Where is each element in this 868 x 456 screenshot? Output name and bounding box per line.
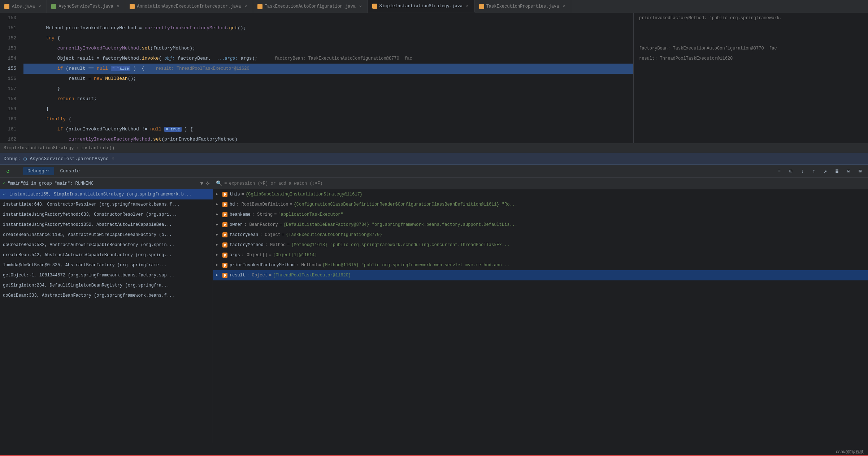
- code-line-151: Method priorInvokedFactoryMethod = curre…: [23, 23, 633, 33]
- var-factorybean-icon: p: [222, 232, 227, 237]
- expand-factorybean-icon[interactable]: ▶: [216, 230, 220, 240]
- var-factorybean-name: factoryBean: [230, 230, 258, 240]
- tab-close-annotation[interactable]: ×: [243, 4, 248, 9]
- debug-left-panel: ✓ "main"@1 in group "main": RUNNING ▼ ⊹ …: [0, 178, 213, 443]
- expand-owner-icon[interactable]: ▶: [216, 220, 220, 230]
- expand-args-icon[interactable]: ▶: [216, 250, 220, 260]
- tab-close-vice[interactable]: ×: [37, 4, 43, 9]
- code-line-150: [23, 13, 633, 23]
- debug-btn-export[interactable]: ⊠: [855, 166, 865, 176]
- var-owner-name: owner: [230, 220, 243, 230]
- var-bd-eq: =: [290, 199, 292, 210]
- var-factory-bean[interactable]: ▶ p factoryBean : Object = {TaskExecutio…: [213, 230, 868, 240]
- expand-prior-icon[interactable]: ▶: [216, 260, 220, 270]
- breadcrumb-class[interactable]: SimpleInstantiationStrategy: [4, 146, 74, 151]
- var-search-input[interactable]: [229, 181, 865, 186]
- debug-session[interactable]: AsyncServiceTest.parentAsync: [30, 156, 108, 162]
- expand-result-icon[interactable]: ▶: [216, 270, 220, 280]
- var-prior-value: {Method@11615} "public org.springframewo…: [322, 260, 509, 270]
- debug-bar: Debug: ⚙ AsyncServiceTest.parentAsync ×: [0, 153, 868, 165]
- search-icon: 🔍: [216, 180, 222, 186]
- var-args-eq: =: [269, 250, 272, 260]
- tab-icon-annotation: [130, 4, 135, 9]
- expand-factorymethod-icon[interactable]: ▶: [216, 240, 220, 250]
- debug-btn-table[interactable]: ⊡: [843, 166, 854, 176]
- code-line-158: return result;: [23, 94, 633, 104]
- debug-btn-step-out[interactable]: ↑: [809, 166, 819, 176]
- tab-close-async[interactable]: ×: [116, 4, 121, 9]
- tab-vice[interactable]: vice.java ×: [0, 0, 47, 13]
- stack-frame-3[interactable]: instantiateUsingFactoryMethod:1352, Abst…: [0, 220, 213, 230]
- var-bd-type: : RootBeanDefinition: [236, 199, 288, 210]
- expand-beanname-icon[interactable]: ▶: [216, 210, 220, 220]
- var-owner-eq: =: [279, 220, 282, 230]
- var-search-bar: 🔍 ≡: [213, 178, 868, 189]
- line-152: 152: [0, 33, 16, 43]
- var-prior-factory-method[interactable]: ▶ p priorInvokedFactoryMethod : Method =…: [213, 260, 868, 270]
- tab-task-props[interactable]: TaskExecutionProperties.java ×: [475, 0, 571, 13]
- var-this-eq: =: [242, 189, 244, 199]
- code-line-157: ● }: [23, 84, 633, 94]
- debug-btn-evaluate[interactable]: ≣: [832, 166, 842, 176]
- stack-frame-2-label: instantiateUsingFactoryMethod:633, Const…: [3, 212, 177, 217]
- debug-restart-btn[interactable]: ↺: [3, 166, 13, 176]
- stack-frame-6[interactable]: createBean:542, AbstractAutowireCapableB…: [0, 250, 213, 260]
- debug-btn-run-cursor[interactable]: ↗: [820, 166, 830, 176]
- var-owner-icon: p: [222, 222, 227, 227]
- tab-icon-async: [51, 4, 56, 9]
- stack-frame-2[interactable]: instantiateUsingFactoryMethod:633, Const…: [0, 210, 213, 220]
- debug-btn-step-over[interactable]: ⊞: [786, 166, 796, 176]
- breadcrumb-separator: ›: [76, 146, 78, 151]
- stack-frame-1[interactable]: instantiate:648, ConstructorResolver (or…: [0, 199, 213, 210]
- stack-frame-10[interactable]: doGetBean:333, AbstractBeanFactory (org.…: [0, 291, 213, 301]
- tab-task-exec[interactable]: TaskExecutionAutoConfiguration.java ×: [253, 0, 368, 13]
- var-owner[interactable]: ▶ p owner : BeanFactory = {DefaultListab…: [213, 220, 868, 230]
- filter-funnel-icon[interactable]: ⊹: [205, 180, 210, 186]
- stack-frame-7[interactable]: lambda$doGetBean$0:335, AbstractBeanFact…: [0, 260, 213, 270]
- debug-label: Debug:: [4, 156, 21, 162]
- var-args[interactable]: ▶ p args : Object[] = {Object[1]@11614}: [213, 250, 868, 260]
- var-args-name: args: [230, 250, 240, 260]
- var-result[interactable]: ▶ p result : Object = {ThreadPoolTaskExe…: [213, 270, 868, 280]
- debug-btn-frames[interactable]: ≡: [774, 166, 784, 176]
- expand-this-icon[interactable]: ▶: [216, 189, 220, 199]
- stack-frame-1-label: instantiate:648, ConstructorResolver (or…: [3, 202, 180, 207]
- tab-bar: vice.java × AsyncServiceTest.java × Anno…: [0, 0, 868, 13]
- breadcrumb-method[interactable]: instantiate(): [81, 146, 115, 151]
- tab-simple-instantiation[interactable]: SimpleInstantiationStrategy.java ×: [368, 0, 475, 13]
- debug-btn-step-into[interactable]: ↓: [797, 166, 807, 176]
- debug-tab-debugger[interactable]: Debugger: [23, 167, 54, 175]
- code-line-155: ● if (result == null = false ) { result:…: [23, 64, 633, 74]
- tab-close-simple[interactable]: ×: [465, 3, 470, 9]
- tab-annotation[interactable]: AnnotationAsyncExecutionInterceptor.java…: [125, 0, 253, 13]
- bottom-bar: CSDN@简放视频: [832, 448, 868, 456]
- line-159: 159: [0, 104, 16, 114]
- filter-icon[interactable]: ▼: [200, 181, 203, 186]
- tab-close-task-props[interactable]: ×: [561, 4, 567, 9]
- code-line-152: try {: [23, 33, 633, 43]
- debug-close[interactable]: ×: [112, 156, 114, 162]
- line-numbers: 150 151 152 153 154 155 156 157 158 159 …: [0, 13, 20, 143]
- stack-frame-5[interactable]: doCreateBean:582, AbstractAutowireCapabl…: [0, 240, 213, 250]
- tab-async-service[interactable]: AsyncServiceTest.java ×: [47, 0, 125, 13]
- thread-status-text: "main"@1 in group "main": RUNNING: [8, 181, 94, 186]
- var-this-icon: p: [222, 192, 227, 197]
- bottom-bar-text: CSDN@简放视频: [836, 450, 864, 454]
- var-result-name: result: [230, 270, 245, 280]
- debug-tab-console[interactable]: Console: [56, 167, 84, 175]
- stack-frame-9[interactable]: getSingleton:234, DefaultSingletonBeanRe…: [0, 280, 213, 291]
- var-beanname[interactable]: ▶ p beanName : String = "applicationTask…: [213, 210, 868, 220]
- expand-bd-icon[interactable]: ▶: [216, 199, 220, 210]
- var-factorymethod-value: {Method@11613} "public org.springframewo…: [291, 240, 509, 250]
- right-panel-hints: priorInvokedFactoryMethod: "public org.s…: [633, 13, 868, 143]
- var-factory-method[interactable]: ▶ p factoryMethod : Method = {Method@116…: [213, 240, 868, 250]
- var-this[interactable]: ▶ p this = {CglibSubclassingInstantiatio…: [213, 189, 868, 199]
- debug-main-area: ✓ "main"@1 in group "main": RUNNING ▼ ⊹ …: [0, 178, 868, 443]
- line-162: 162: [0, 134, 16, 143]
- stack-frame-0[interactable]: ↩ instantiate:155, SimpleInstantiationSt…: [0, 189, 213, 199]
- tab-close-task-exec[interactable]: ×: [358, 4, 363, 9]
- var-bd[interactable]: ▶ p bd : RootBeanDefinition = {Configura…: [213, 199, 868, 210]
- stack-frame-4[interactable]: createBeanInstance:1195, AbstractAutowir…: [0, 230, 213, 240]
- debug-toolbar: ↺ Debugger Console ≡ ⊞ ↓ ↑ ↗ ≣ ⊡ ⊠: [0, 165, 868, 178]
- stack-frame-8[interactable]: getObject:-1, 1081344572 (org.springfram…: [0, 270, 213, 280]
